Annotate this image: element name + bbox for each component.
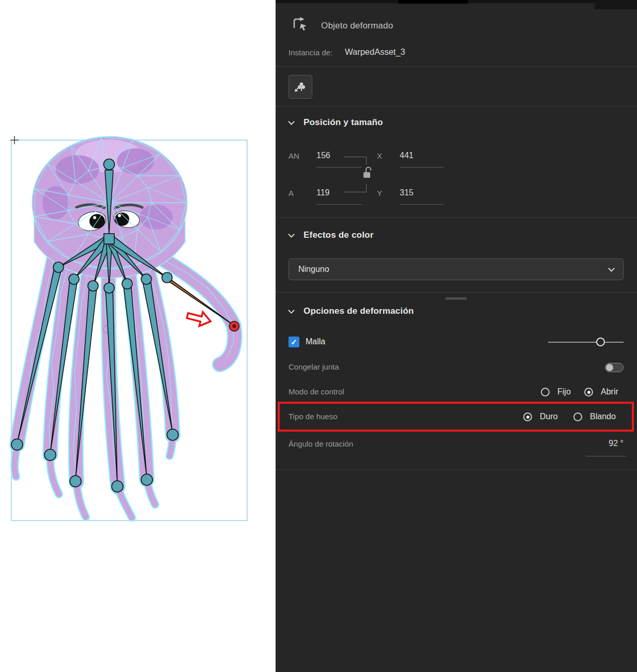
hot-text-underline [586, 456, 626, 456]
properties-panel: Objeto deformado Instancia de: WarpedAss… [276, 0, 637, 672]
hot-text-underline [400, 167, 444, 167]
hot-text-underline [316, 204, 362, 205]
bone-type-label: Tipo de hueso [289, 412, 338, 421]
panel-resize-grip[interactable] [445, 297, 467, 300]
divider [276, 217, 637, 218]
divider [276, 66, 637, 67]
radio-fijo[interactable] [541, 388, 550, 396]
freeze-joint-toggle[interactable] [605, 363, 624, 372]
link-connector-bottom [344, 184, 367, 192]
chevron-down-icon[interactable] [288, 118, 295, 125]
radio-blando-label[interactable]: Blando [590, 412, 616, 421]
divider [276, 106, 637, 106]
rotation-angle-label: Ángulo de rotación [289, 439, 353, 448]
warped-object-icon [292, 17, 308, 32]
chevron-down-icon[interactable] [288, 231, 295, 238]
hot-text-underline [316, 167, 362, 167]
divider [276, 292, 637, 293]
instance-label: Instancia de: [289, 48, 332, 57]
chevron-down-icon [608, 265, 615, 272]
unlocked-padlock-icon[interactable] [362, 165, 373, 180]
canvas-artwork [0, 0, 276, 672]
section-color-effects[interactable]: Efectos de color [304, 230, 373, 240]
color-effect-dropdown[interactable]: Ninguno [289, 258, 624, 280]
radio-duro[interactable] [523, 413, 532, 421]
mesh-opacity-slider-track[interactable] [548, 342, 624, 343]
y-label: Y [377, 189, 382, 197]
stage-canvas[interactable] [0, 0, 276, 672]
radio-blando[interactable] [573, 413, 582, 421]
radio-duro-label[interactable]: Duro [540, 412, 558, 421]
link-connector-top [344, 157, 367, 165]
section-position-size[interactable]: Posición y tamaño [304, 117, 383, 128]
mesh-opacity-slider-handle[interactable] [596, 338, 605, 346]
hot-text-underline [400, 204, 444, 205]
height-value[interactable]: 119 [316, 188, 330, 197]
y-value[interactable]: 315 [400, 188, 414, 197]
rotation-angle-value[interactable]: 92 ° [565, 439, 624, 448]
section-warp-options[interactable]: Opciones de deformación [304, 306, 414, 316]
swap-symbol-button[interactable] [289, 75, 312, 99]
app-window: Objeto deformado Instancia de: WarpedAss… [0, 0, 637, 672]
bone-joint[interactable] [104, 159, 115, 170]
freeze-joint-label: Congelar junta [289, 362, 339, 371]
height-label: A [289, 189, 294, 197]
color-effect-selected: Ninguno [298, 265, 609, 274]
width-label: AN [289, 151, 299, 160]
x-label: X [377, 151, 382, 160]
control-mode-label: Modo de control [289, 387, 344, 396]
radio-abrir-label[interactable]: Abrir [601, 387, 618, 396]
panel-top-segment [398, 0, 468, 4]
divider [276, 469, 637, 470]
mesh-label: Malla [306, 337, 325, 346]
radio-fijo-label[interactable]: Fijo [557, 387, 571, 396]
toggle-knob [606, 364, 613, 371]
width-value[interactable]: 156 [316, 151, 330, 160]
red-arrow-annotation [186, 309, 212, 328]
panel-corner-box [595, 0, 637, 9]
chevron-down-icon[interactable] [288, 307, 295, 314]
instance-value[interactable]: WarpedAsset_3 [345, 47, 405, 57]
radio-abrir[interactable] [584, 388, 593, 396]
swap-symbol-icon [294, 80, 307, 94]
root-joint[interactable] [104, 234, 114, 244]
mesh-checkbox[interactable]: ✓ [289, 337, 299, 347]
x-value[interactable]: 441 [400, 151, 414, 160]
panel-title: Objeto deformado [321, 21, 393, 31]
